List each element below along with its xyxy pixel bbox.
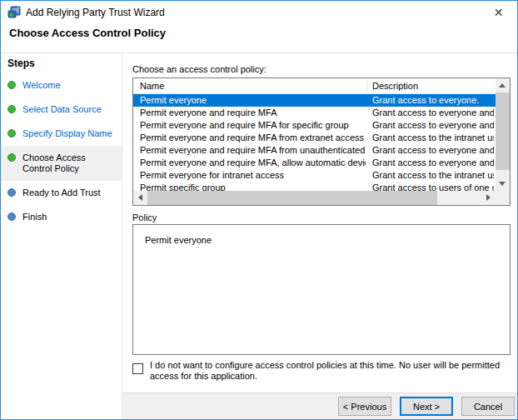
column-separator[interactable] [366, 80, 367, 92]
row-name-cell: Permit everyone and require MFA [140, 107, 366, 119]
step-status-icon [7, 105, 16, 113]
policy-section-label: Policy [132, 212, 157, 222]
scroll-up-icon[interactable] [499, 83, 506, 88]
step-status-icon [7, 81, 16, 89]
row-name-cell: Permit everyone and require MFA from ext… [140, 132, 366, 144]
step-status-icon [7, 212, 16, 221]
step-label: Choose Access Control Policy [22, 152, 86, 173]
previous-button[interactable]: < Previous [338, 397, 391, 416]
table-row[interactable]: Permit specific groupGrant access to use… [133, 182, 496, 191]
step-status-icon [7, 129, 16, 138]
steps-sidebar: Steps WelcomeSelect Data SourceSpecify D… [1, 53, 122, 419]
next-button[interactable]: Next > [400, 397, 453, 416]
table-row[interactable]: Permit everyone and require MFAGrant acc… [133, 107, 496, 119]
row-name-cell: Permit everyone and require MFA from una… [140, 144, 366, 157]
table-row[interactable]: Permit everyone and require MFA from ext… [133, 132, 496, 144]
sidebar-step-select-data-source[interactable]: Select Data Source [1, 98, 122, 122]
row-description-cell: Grant access to users of one or more [372, 182, 494, 191]
table-row[interactable]: Permit everyoneGrant access to everyone. [133, 94, 496, 107]
policy-detail-box: Permit everyone [132, 224, 511, 355]
row-description-cell: Grant access to the intranet users. [372, 169, 494, 182]
scroll-right-icon[interactable] [486, 194, 491, 201]
step-label: Welcome [22, 80, 61, 90]
row-description-cell: Grant access to everyone. [372, 94, 494, 107]
scrollbar-corner [496, 191, 510, 205]
row-name-cell: Permit everyone and require MFA for spec… [140, 119, 366, 132]
row-description-cell: Grant access to the intranet users an [372, 132, 494, 144]
table-rows: Permit everyoneGrant access to everyone.… [133, 94, 496, 191]
row-description-cell: Grant access to everyone and requi [372, 157, 494, 169]
table-header: Name Description [133, 78, 496, 94]
skip-policy-checkbox-label[interactable]: I do not want to configure access contro… [150, 360, 512, 382]
step-label: Specify Display Name [22, 128, 112, 138]
table-row[interactable]: Permit everyone and require MFA from una… [133, 144, 496, 157]
step-status-icon [7, 188, 16, 197]
table-row[interactable]: Permit everyone for intranet accessGrant… [133, 169, 496, 182]
policy-list-label: Choose an access control policy: [132, 64, 266, 74]
vertical-scrollbar[interactable] [496, 78, 510, 191]
column-header-name[interactable]: Name [140, 78, 164, 94]
footer-bar: < Previous Next > Cancel [122, 392, 517, 419]
row-description-cell: Grant access to everyone and requi [372, 119, 494, 132]
access-control-policy-table: Name Description Permit everyoneGrant ac… [132, 78, 511, 206]
page-title: Choose Access Control Policy [9, 27, 166, 39]
wizard-window: Add Relying Party Trust Wizard ✕ Choose … [0, 0, 518, 420]
sidebar-step-welcome[interactable]: Welcome [1, 73, 122, 98]
step-label: Ready to Add Trust [22, 188, 101, 198]
sidebar-step-choose-access-control-policy[interactable]: Choose Access Control Policy [1, 146, 122, 181]
sidebar-step-ready-to-add-trust[interactable]: Ready to Add Trust [1, 181, 122, 205]
window-title: Add Relying Party Trust Wizard [26, 1, 165, 24]
skip-policy-checkbox-row: I do not want to configure access contro… [132, 360, 512, 382]
horizontal-scrollbar[interactable] [133, 191, 496, 205]
row-name-cell: Permit everyone and require MFA, allow a… [140, 157, 366, 169]
steps-heading: Steps [7, 58, 35, 69]
vertical-scrollbar-thumb[interactable] [496, 92, 510, 170]
column-header-description[interactable]: Description [372, 78, 418, 94]
table-row[interactable]: Permit everyone and require MFA for spec… [133, 119, 496, 132]
steps-list: WelcomeSelect Data SourceSpecify Display… [1, 73, 122, 229]
row-name-cell: Permit everyone for intranet access [140, 169, 366, 182]
title-bar: Add Relying Party Trust Wizard ✕ [1, 1, 517, 24]
close-button[interactable]: ✕ [480, 1, 517, 24]
table-row[interactable]: Permit everyone and require MFA, allow a… [133, 157, 496, 169]
row-description-cell: Grant access to everyone and requi [372, 144, 494, 157]
horizontal-scrollbar-thumb[interactable] [147, 191, 437, 205]
scroll-down-icon[interactable] [499, 182, 506, 186]
app-icon [7, 6, 21, 19]
scroll-left-icon[interactable] [138, 194, 142, 201]
step-label: Select Data Source [22, 104, 102, 114]
cancel-button[interactable]: Cancel [461, 397, 515, 416]
row-name-cell: Permit specific group [140, 182, 366, 191]
step-status-icon [7, 153, 16, 162]
row-name-cell: Permit everyone [140, 94, 366, 107]
policy-detail-text: Permit everyone [145, 235, 212, 245]
row-description-cell: Grant access to everyone and requi [372, 107, 494, 119]
skip-policy-checkbox[interactable] [132, 363, 143, 374]
step-label: Finish [22, 212, 47, 222]
sidebar-step-finish[interactable]: Finish [1, 205, 122, 229]
sidebar-step-specify-display-name[interactable]: Specify Display Name [1, 122, 122, 146]
